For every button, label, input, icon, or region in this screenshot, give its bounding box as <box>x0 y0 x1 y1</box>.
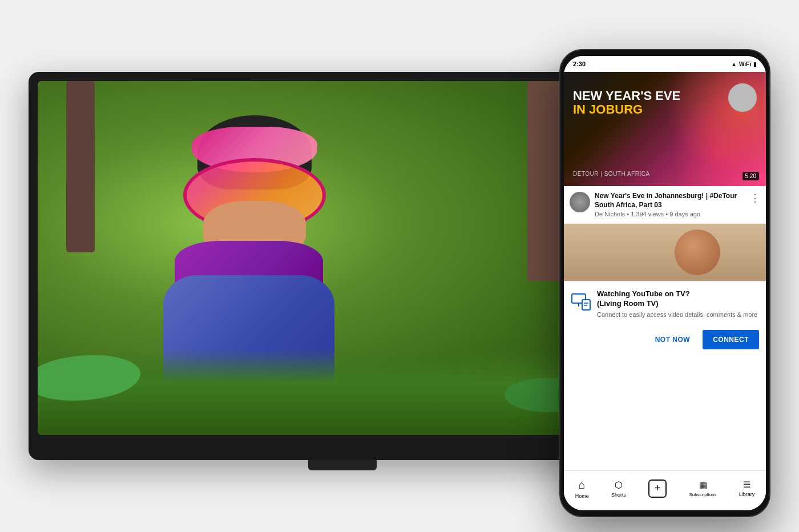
library-label: Library <box>739 491 755 497</box>
video-background <box>38 81 647 435</box>
connect-banner-description: Connect to easily access video details, … <box>597 311 759 319</box>
featured-channel-avatar <box>728 83 757 112</box>
svg-rect-2 <box>582 300 590 310</box>
featured-subtitle: DETOUR | SOUTH AFRICA <box>573 171 650 177</box>
tree-decoration <box>527 81 562 281</box>
status-time: 2:30 <box>573 61 586 67</box>
connect-actions: NOT NOW CONNECT <box>564 327 766 355</box>
connect-banner: Watching YouTube on TV? (Living Room TV)… <box>564 281 766 327</box>
connect-banner-title: Watching YouTube on TV? (Living Room TV) <box>597 289 759 309</box>
video-stats: De Nichols • 1,394 views • 9 days ago <box>595 211 745 217</box>
shorts-icon: ⬡ <box>615 479 623 490</box>
nav-subscriptions[interactable]: ▦ Subscriptions <box>689 480 717 497</box>
featured-bg: NEW YEAR'S EVE IN JOBURG DETOUR | SOUTH … <box>564 72 766 186</box>
library-icon: ☰ <box>743 479 750 490</box>
home-label: Home <box>575 493 589 499</box>
video-meta: New Year's Eve in Johannesburg! | #DeTou… <box>595 192 745 217</box>
video-info-row: New Year's Eve in Johannesburg! | #DeTou… <box>564 186 766 224</box>
tv-connect-icon <box>571 291 591 311</box>
video-title: New Year's Eve in Johannesburg! | #DeTou… <box>595 192 745 209</box>
channel-name: De Nichols <box>595 211 625 217</box>
main-scene: 2:30 ▲ WiFi ▮ YouTube ⊡ 🔔 🔍 <box>29 21 770 511</box>
battery-icon: ▮ <box>753 61 757 67</box>
tv-screen <box>38 81 647 435</box>
not-now-button[interactable]: NOT NOW <box>649 331 696 348</box>
tree-decoration <box>66 81 95 252</box>
signal-icon: ▲ <box>731 61 737 67</box>
connect-text: Watching YouTube on TV? (Living Room TV)… <box>597 289 759 319</box>
shorts-label: Shorts <box>611 492 626 498</box>
featured-video[interactable]: NEW YEAR'S EVE IN JOBURG DETOUR | SOUTH … <box>564 72 766 186</box>
thumbnail-face <box>675 229 720 275</box>
phone-scroll-content: NEW YEAR'S EVE IN JOBURG DETOUR | SOUTH … <box>564 72 766 470</box>
connect-button[interactable]: CONNECT <box>703 330 759 349</box>
tv-stand <box>308 460 377 470</box>
avatar-inner <box>570 192 590 212</box>
create-icon: + <box>648 479 667 498</box>
featured-title-line1: NEW YEAR'S EVE <box>573 89 680 103</box>
featured-title-line2: IN JOBURG <box>573 103 680 116</box>
video-age: 9 days ago <box>669 211 700 217</box>
status-bar: 2:30 ▲ WiFi ▮ <box>564 56 766 72</box>
video-content <box>38 81 647 435</box>
nav-library[interactable]: ☰ Library <box>739 479 755 497</box>
next-video-thumbnail[interactable] <box>564 224 766 281</box>
status-icons: ▲ WiFi ▮ <box>731 61 757 67</box>
home-icon: ⌂ <box>579 478 586 491</box>
channel-avatar <box>570 192 590 212</box>
featured-text: NEW YEAR'S EVE IN JOBURG <box>573 89 680 116</box>
nav-shorts[interactable]: ⬡ Shorts <box>611 479 626 498</box>
nav-home[interactable]: ⌂ Home <box>575 478 589 499</box>
wifi-icon: WiFi <box>739 61 751 67</box>
thumbnail-inner <box>564 224 766 281</box>
view-count: 1,394 views <box>631 211 664 217</box>
featured-duration: 5:20 <box>742 172 759 180</box>
subscriptions-label: Subscriptions <box>689 492 717 497</box>
phone-screen: 2:30 ▲ WiFi ▮ YouTube ⊡ 🔔 🔍 <box>564 56 766 510</box>
subscriptions-icon: ▦ <box>699 480 707 490</box>
bottom-navigation: ⌂ Home ⬡ Shorts + ▦ Subscriptions ☰ Libr… <box>564 470 766 510</box>
more-options-button[interactable]: ⋮ <box>750 192 760 204</box>
nav-create[interactable]: + <box>648 479 667 498</box>
smartphone: 2:30 ▲ WiFi ▮ YouTube ⊡ 🔔 🔍 <box>559 49 770 517</box>
